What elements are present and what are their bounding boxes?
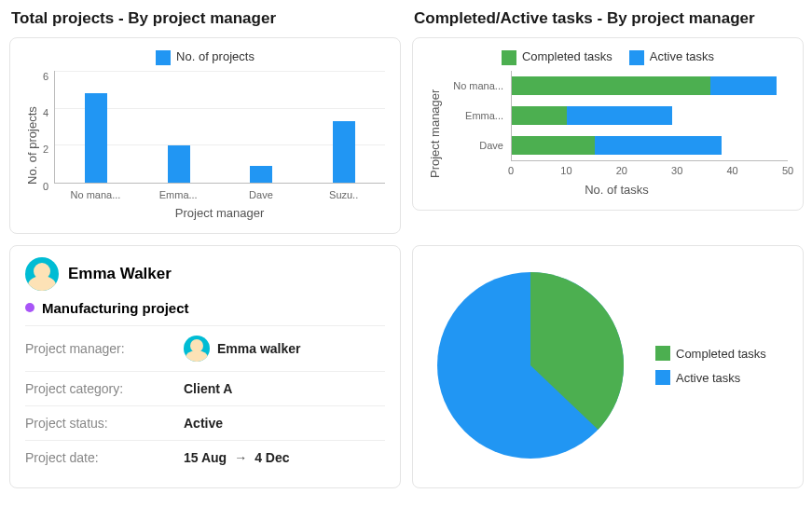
value-status: Active	[184, 416, 223, 431]
legend-active-label: Active tasks	[650, 49, 714, 63]
yaxis-label-tasks: Project manager	[428, 71, 442, 197]
hbar-1-completed	[512, 106, 567, 125]
swatch-projects	[156, 50, 171, 65]
card-project-profile: Emma Walker Manufacturing project Projec…	[9, 245, 401, 488]
xtick: No mana...	[54, 184, 137, 200]
xtick: Dave	[220, 184, 303, 200]
swatch-active-pie	[655, 370, 670, 385]
xaxis-ticks-projects: No mana... Emma... Dave Suzu..	[54, 184, 385, 200]
swatch-active	[629, 50, 644, 65]
card-pie: Completed tasks Active tasks	[412, 245, 804, 488]
xaxis-label-projects: Project manager	[54, 206, 385, 220]
bar-emma	[168, 145, 190, 183]
card-tasks-by-pm: Completed tasks Active tasks Project man…	[412, 37, 804, 211]
hbar-cat-2: Dave	[446, 140, 511, 151]
chart-title-total-projects: Total projects - By project manager	[11, 9, 401, 28]
xtick: 40	[726, 165, 737, 176]
bar-suzu	[333, 121, 355, 183]
xaxis-label-tasks: No. of tasks	[446, 183, 788, 197]
xtick: Emma...	[137, 184, 220, 200]
project-title: Manufacturing project	[42, 300, 189, 316]
yaxis-label-projects: No. of projects	[25, 71, 39, 220]
label-manager: Project manager:	[25, 341, 184, 356]
value-manager: Emma walker	[217, 341, 301, 356]
value-date-end: 4 Dec	[255, 450, 289, 465]
bar-dave	[250, 166, 272, 183]
arrow-icon: →	[234, 450, 247, 465]
swatch-completed	[502, 50, 516, 65]
profile-name: Emma Walker	[68, 265, 172, 283]
label-category: Project category:	[25, 381, 184, 396]
pie-chart	[428, 263, 633, 468]
xaxis-ticks-tasks: 0 10 20 30 40 50	[511, 160, 788, 179]
xtick: 0	[508, 165, 514, 176]
xtick: Suzu..	[302, 184, 385, 200]
bar-plot-projects	[54, 71, 385, 184]
pie-legend-active: Active tasks	[676, 371, 740, 385]
status-dot-icon	[25, 303, 34, 312]
hbar-cat-0: No mana...	[446, 80, 511, 91]
value-date-start: 15 Aug	[184, 450, 227, 465]
hbar-0-completed	[512, 76, 710, 95]
label-date: Project date:	[25, 450, 184, 465]
hbar-2-active	[595, 136, 722, 155]
card-total-projects: No. of projects No. of projects 6 4 2 0	[9, 37, 401, 234]
swatch-completed-pie	[655, 346, 670, 361]
hbar-1-active	[567, 106, 671, 125]
pie-legend: Completed tasks Active tasks	[655, 346, 766, 385]
legend-tasks: Completed tasks Active tasks	[428, 49, 788, 65]
legend-total-projects: No. of projects	[25, 49, 385, 65]
ytick: 6	[43, 71, 48, 82]
bar-no-manager	[85, 93, 107, 183]
hbar-cat-1: Emma...	[446, 110, 511, 121]
xtick: 20	[616, 165, 627, 176]
hbar-2-completed	[512, 136, 595, 155]
legend-projects-label: No. of projects	[176, 49, 255, 63]
chart-title-tasks-by-pm: Completed/Active tasks - By project mana…	[414, 9, 804, 28]
legend-completed-label: Completed tasks	[522, 49, 612, 63]
avatar	[25, 257, 59, 291]
label-status: Project status:	[25, 416, 184, 431]
xtick: 50	[782, 165, 793, 176]
yaxis-ticks-projects: 6 4 2 0	[43, 71, 54, 192]
ytick: 4	[43, 107, 48, 118]
pie-legend-completed: Completed tasks	[676, 347, 766, 361]
xtick: 30	[671, 165, 682, 176]
hbar-0-active	[710, 76, 777, 95]
ytick: 0	[43, 181, 48, 192]
avatar-small	[184, 336, 210, 362]
ytick: 2	[43, 144, 48, 155]
xtick: 10	[560, 165, 571, 176]
value-category: Client A	[184, 381, 232, 396]
